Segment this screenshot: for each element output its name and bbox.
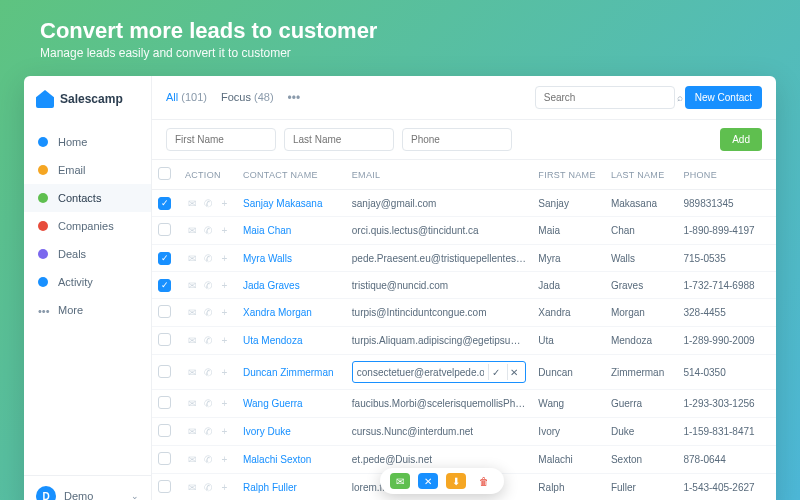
row-add-icon[interactable]: +	[218, 251, 231, 265]
new-contact-button[interactable]: New Contact	[685, 86, 762, 109]
row-checkbox[interactable]	[158, 223, 171, 236]
email-edit-cell[interactable]: ✓✕	[352, 361, 527, 383]
contact-name-link[interactable]: Duncan Zimmerman	[243, 367, 334, 378]
row-checkbox[interactable]	[158, 480, 171, 493]
row-email-icon[interactable]: ✉	[185, 306, 198, 320]
filter-first-name[interactable]	[166, 128, 276, 151]
table-row: ✉✆+Ivory Dukecursus.Nunc@interdum.netIvo…	[152, 418, 776, 446]
row-checkbox[interactable]	[158, 424, 171, 437]
row-call-icon[interactable]: ✆	[201, 334, 214, 348]
row-checkbox[interactable]	[158, 365, 171, 378]
contact-name-link[interactable]: Wang Guerra	[243, 398, 303, 409]
filter-phone[interactable]	[402, 128, 512, 151]
row-checkbox[interactable]: ✓	[158, 252, 171, 265]
contact-name-link[interactable]: Sanjay Makasana	[243, 198, 323, 209]
sidebar-item-more[interactable]: •••More	[24, 296, 151, 324]
row-call-icon[interactable]: ✆	[201, 481, 214, 495]
row-call-icon[interactable]: ✆	[201, 196, 214, 210]
row-add-icon[interactable]: +	[218, 453, 231, 467]
row-add-icon[interactable]: +	[218, 196, 231, 210]
row-add-icon[interactable]: +	[218, 365, 231, 379]
row-add-icon[interactable]: +	[218, 397, 231, 411]
row-add-icon[interactable]: +	[218, 334, 231, 348]
row-email-icon[interactable]: ✉	[185, 334, 198, 348]
cell-last: Graves	[605, 272, 678, 299]
row-checkbox[interactable]	[158, 333, 171, 346]
row-call-icon[interactable]: ✆	[201, 278, 214, 292]
tab-focus[interactable]: Focus (48)	[221, 91, 274, 105]
cell-phone: 514-0350	[677, 355, 776, 390]
cell-first: Malachi	[532, 446, 605, 474]
add-button[interactable]: Add	[720, 128, 762, 151]
row-call-icon[interactable]: ✆	[201, 365, 214, 379]
main: All (101) Focus (48) ••• ⌕ New Contact A…	[152, 76, 776, 500]
cancel-icon[interactable]: ✕	[507, 364, 522, 380]
bulk-download-icon[interactable]: ⬇	[446, 473, 466, 489]
row-checkbox[interactable]	[158, 305, 171, 318]
row-email-icon[interactable]: ✉	[185, 425, 198, 439]
contact-name-link[interactable]: Maia Chan	[243, 225, 291, 236]
sidebar-item-activity[interactable]: Activity	[24, 268, 151, 296]
row-checkbox[interactable]: ✓	[158, 279, 171, 292]
row-email-icon[interactable]: ✉	[185, 481, 198, 495]
confirm-icon[interactable]: ✓	[488, 364, 503, 380]
row-checkbox[interactable]: ✓	[158, 197, 171, 210]
row-call-icon[interactable]: ✆	[201, 453, 214, 467]
table-row: ✉✆+Xandra Morganturpis@Intinciduntcongue…	[152, 299, 776, 327]
table-row: ✉✆+Wang Guerrafaucibus.Morbi@scelerisque…	[152, 390, 776, 418]
tab-all[interactable]: All (101)	[166, 91, 207, 105]
select-all-checkbox[interactable]	[158, 167, 171, 180]
row-call-icon[interactable]: ✆	[201, 425, 214, 439]
row-add-icon[interactable]: +	[218, 224, 231, 238]
sidebar-item-home[interactable]: Home	[24, 128, 151, 156]
cell-phone: 328-4455	[677, 299, 776, 327]
email-edit-input[interactable]	[357, 367, 484, 378]
row-email-icon[interactable]: ✉	[185, 278, 198, 292]
col-email: EMAIL	[346, 160, 533, 190]
user-menu[interactable]: D Demo ⌄	[24, 475, 151, 500]
bulk-delete-icon[interactable]: 🗑	[474, 473, 494, 489]
contact-name-link[interactable]: Jada Graves	[243, 280, 300, 291]
contact-name-link[interactable]: Ralph Fuller	[243, 482, 297, 493]
row-email-icon[interactable]: ✉	[185, 224, 198, 238]
deals-icon	[36, 247, 50, 261]
row-add-icon[interactable]: +	[218, 425, 231, 439]
table-scroll[interactable]: ACTION CONTACT NAME EMAIL FIRST NAME LAS…	[152, 160, 776, 500]
bulk-email-icon[interactable]: ✉	[390, 473, 410, 489]
row-call-icon[interactable]: ✆	[201, 306, 214, 320]
search-box[interactable]: ⌕	[535, 86, 675, 109]
search-input[interactable]	[544, 92, 671, 103]
row-email-icon[interactable]: ✉	[185, 251, 198, 265]
filter-last-name[interactable]	[284, 128, 394, 151]
sidebar-item-deals[interactable]: Deals	[24, 240, 151, 268]
contact-name-link[interactable]: Xandra Morgan	[243, 307, 312, 318]
tabs-more-icon[interactable]: •••	[288, 91, 301, 105]
cell-last: Guerra	[605, 390, 678, 418]
row-call-icon[interactable]: ✆	[201, 224, 214, 238]
cell-phone: 1-159-831-8471	[677, 418, 776, 446]
row-checkbox[interactable]	[158, 396, 171, 409]
row-email-icon[interactable]: ✉	[185, 365, 198, 379]
sidebar-item-email[interactable]: Email	[24, 156, 151, 184]
contact-name-link[interactable]: Myra Walls	[243, 253, 292, 264]
sidebar-item-companies[interactable]: Companies	[24, 212, 151, 240]
cell-last: Mendoza	[605, 327, 678, 355]
contact-name-link[interactable]: Ivory Duke	[243, 426, 291, 437]
row-add-icon[interactable]: +	[218, 306, 231, 320]
row-call-icon[interactable]: ✆	[201, 251, 214, 265]
row-checkbox[interactable]	[158, 452, 171, 465]
cell-email: turpis@Intinciduntcongue.com	[346, 299, 533, 327]
row-email-icon[interactable]: ✉	[185, 196, 198, 210]
row-email-icon[interactable]: ✉	[185, 453, 198, 467]
row-email-icon[interactable]: ✉	[185, 397, 198, 411]
contact-name-link[interactable]: Uta Mendoza	[243, 335, 302, 346]
nav-label: Home	[58, 136, 87, 148]
row-add-icon[interactable]: +	[218, 481, 231, 495]
contact-name-link[interactable]: Malachi Sexton	[243, 454, 311, 465]
row-call-icon[interactable]: ✆	[201, 397, 214, 411]
bulk-export-icon[interactable]: ✕	[418, 473, 438, 489]
more-icon: •••	[36, 303, 50, 317]
row-add-icon[interactable]: +	[218, 278, 231, 292]
sidebar-item-contacts[interactable]: Contacts	[24, 184, 151, 212]
brand-name: Salescamp	[60, 92, 123, 106]
